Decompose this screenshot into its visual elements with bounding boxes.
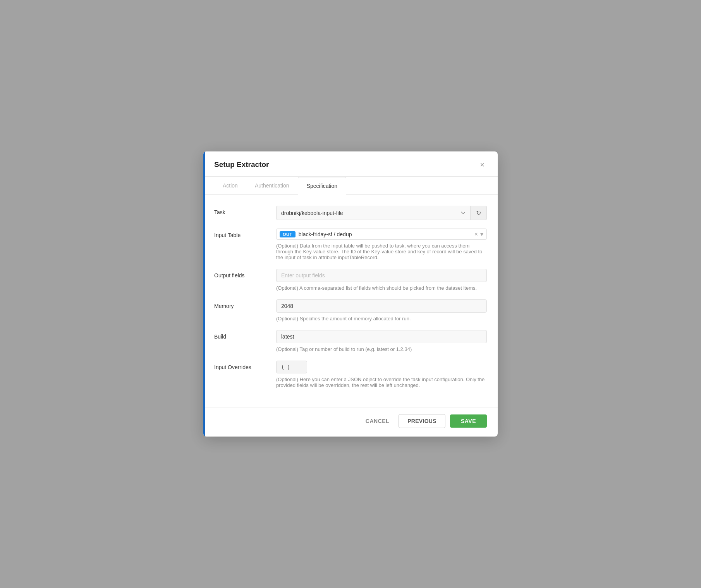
modal-title: Setup Extractor xyxy=(214,160,269,169)
memory-hint: (Optional) Specifies the amount of memor… xyxy=(276,316,487,322)
memory-control: (Optional) Specifies the amount of memor… xyxy=(276,299,487,322)
modal: Setup Extractor × Action Authentication … xyxy=(203,151,498,437)
memory-label: Memory xyxy=(214,299,276,309)
modal-body: Task drobnikj/keboola-input-file ↻ Input… xyxy=(203,195,498,404)
task-select[interactable]: drobnikj/keboola-input-file xyxy=(276,206,471,220)
output-fields-label: Output fields xyxy=(214,269,276,279)
input-table-label: Input Table xyxy=(214,229,276,238)
modal-header: Setup Extractor × xyxy=(203,151,498,176)
tab-authentication[interactable]: Authentication xyxy=(246,177,298,195)
input-table-selector[interactable]: OUT black-friday-sf / dedup × ▾ xyxy=(276,229,487,240)
table-actions: × ▾ xyxy=(474,230,483,238)
close-button[interactable]: × xyxy=(478,160,487,169)
save-button[interactable]: SAVE xyxy=(450,414,487,428)
refresh-icon: ↻ xyxy=(476,209,481,217)
task-control: drobnikj/keboola-input-file ↻ xyxy=(276,206,487,220)
build-hint: (Optional) Tag or number of build to run… xyxy=(276,346,487,352)
input-overrides-row: Input Overrides { } (Optional) Here you … xyxy=(214,361,487,388)
input-table-control: OUT black-friday-sf / dedup × ▾ (Optiona… xyxy=(276,229,487,260)
build-input[interactable] xyxy=(276,330,487,343)
output-fields-row: Output fields (Optional) A comma-separat… xyxy=(214,269,487,291)
input-table-row: Input Table OUT black-friday-sf / dedup … xyxy=(214,229,487,260)
build-control: (Optional) Tag or number of build to run… xyxy=(276,330,487,352)
refresh-button[interactable]: ↻ xyxy=(471,206,487,220)
tab-specification[interactable]: Specification xyxy=(298,177,346,195)
input-overrides-input[interactable]: { } xyxy=(276,361,307,373)
output-fields-input[interactable] xyxy=(276,269,487,282)
input-overrides-hint: (Optional) Here you can enter a JSON obj… xyxy=(276,377,487,388)
modal-overlay: Setup Extractor × Action Authentication … xyxy=(0,0,701,588)
tabs-bar: Action Authentication Specification xyxy=(203,177,498,195)
dropdown-icon[interactable]: ▾ xyxy=(480,230,483,238)
input-table-hint: (Optional) Data from the input table wil… xyxy=(276,243,487,260)
input-overrides-control: { } (Optional) Here you can enter a JSON… xyxy=(276,361,487,388)
modal-footer: CANCEL PREVIOUS SAVE xyxy=(203,407,498,437)
tab-action[interactable]: Action xyxy=(214,177,246,195)
input-overrides-label: Input Overrides xyxy=(214,361,276,370)
build-label: Build xyxy=(214,330,276,340)
accent-bar xyxy=(203,151,205,437)
previous-button[interactable]: PREVIOUS xyxy=(399,414,445,428)
memory-input[interactable] xyxy=(276,299,487,313)
task-input-group: drobnikj/keboola-input-file ↻ xyxy=(276,206,487,220)
output-fields-control: (Optional) A comma-separated list of fie… xyxy=(276,269,487,291)
memory-row: Memory (Optional) Specifies the amount o… xyxy=(214,299,487,322)
task-row: Task drobnikj/keboola-input-file ↻ xyxy=(214,206,487,220)
task-label: Task xyxy=(214,206,276,215)
build-row: Build (Optional) Tag or number of build … xyxy=(214,330,487,352)
input-table-value: black-friday-sf / dedup xyxy=(299,231,471,237)
output-fields-hint: (Optional) A comma-separated list of fie… xyxy=(276,285,487,291)
out-badge: OUT xyxy=(280,231,296,237)
clear-icon[interactable]: × xyxy=(474,231,478,238)
cancel-button[interactable]: CANCEL xyxy=(361,415,394,427)
